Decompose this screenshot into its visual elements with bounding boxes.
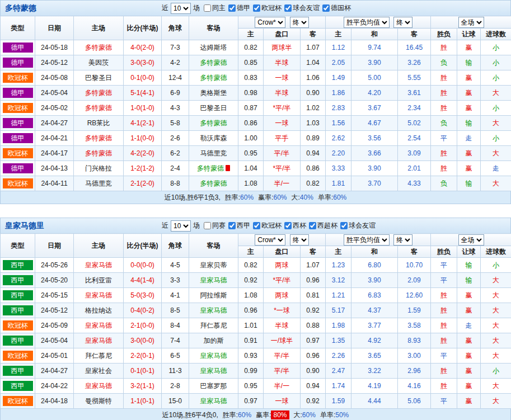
league-filter-checkboxes: 同主德甲欧冠杯球会友谊德国杯 (201, 3, 351, 13)
away-team-name: 多特蒙德 (200, 59, 227, 67)
checkbox-input[interactable] (228, 4, 236, 12)
score-cell: 3-0(0-0) (124, 333, 162, 348)
league-type-cell: 西甲 (1, 379, 35, 394)
avg-away-cell: 2.54 (398, 131, 431, 146)
handicap-result-cell: 赢 (457, 364, 481, 379)
stat: 胜率:60% (223, 411, 251, 419)
date-cell: 24-05-04 (35, 333, 74, 348)
away-team-name: 阿拉维斯 (200, 291, 227, 299)
odds-company-select[interactable]: Crow* (255, 17, 285, 28)
stat: 大:40% (292, 194, 313, 201)
filter-checkbox[interactable]: 同主 (204, 3, 226, 13)
avg-away-cell: 5.55 (398, 70, 431, 86)
avg-type-select[interactable]: 胜平负均值 (344, 17, 390, 28)
away-team-cell: 奥格斯堡 (189, 86, 238, 101)
checkbox-input[interactable] (284, 4, 292, 12)
handicap-result-cell: 赢 (457, 348, 481, 364)
col-handicap-result: 让球 (457, 246, 481, 258)
summary-stats: 胜率:60%赢率:60%大:40%单率:60% (221, 193, 347, 202)
away-team-name: 多特蒙德 (197, 164, 224, 172)
away-odds-cell: 0.82 (301, 176, 326, 191)
date-cell: 24-05-09 (35, 318, 74, 333)
odds-company-select[interactable]: Crow* (255, 234, 285, 246)
filter-checkbox[interactable]: 球会友谊 (284, 3, 320, 13)
away-team-name: 巴黎圣日 (200, 104, 227, 112)
checkbox-input[interactable] (309, 222, 316, 229)
result-cell: 胜 (431, 364, 457, 379)
checkbox-input[interactable] (322, 4, 330, 12)
date-cell: 24-04-27 (35, 364, 74, 379)
recent-count-select[interactable]: 10 (171, 220, 191, 232)
corner-cell: 12-4 (162, 70, 189, 86)
home-team-cell: 皇家马德 (74, 288, 124, 303)
league-type-cell: 欧冠杯 (1, 146, 35, 161)
corner-cell: 8-5 (162, 303, 189, 318)
date-cell: 24-04-11 (35, 176, 74, 191)
result-cell: 胜 (431, 40, 457, 55)
odds-time-select[interactable]: 终 (290, 17, 309, 28)
filter-checkbox[interactable]: 欧冠杯 (253, 221, 282, 230)
filter-checkbox[interactable]: 球会友谊 (340, 221, 376, 230)
checkbox-input[interactable] (253, 222, 260, 229)
odds-time-select[interactable]: 终 (290, 234, 309, 246)
checkbox-label: 球会友谊 (349, 221, 376, 230)
league-type-cell: 欧冠杯 (1, 70, 35, 86)
filter-checkbox[interactable]: 西杯 (284, 221, 306, 230)
col-type: 类型 (1, 16, 35, 40)
home-team-cell: 皇家马德 (74, 258, 124, 273)
scope-select[interactable]: 全场 (458, 17, 484, 28)
team-section-real-madrid: 皇家马德里 近 10 场 同赛西甲欧冠杯西杯西超杯球会友谊 类型 日期 主场 比… (0, 218, 511, 420)
avg-home-cell: 5.17 (326, 303, 351, 318)
goals-result-cell: 大 (481, 86, 511, 101)
checkbox-input[interactable] (204, 222, 211, 229)
handicap-result-cell: 赢 (457, 379, 481, 394)
result-cell: 胜 (431, 101, 457, 116)
avg-home-cell: 1.81 (326, 176, 351, 191)
corner-cell: 4-1 (162, 288, 189, 303)
checkbox-label: 同主 (212, 3, 226, 13)
filter-checkbox[interactable]: 西甲 (228, 221, 250, 230)
goals-result-cell: 大 (481, 333, 511, 348)
scope-select[interactable]: 全场 (458, 234, 484, 246)
league-badge: 德甲 (3, 163, 33, 173)
away-odds-cell: 1.02 (301, 101, 326, 116)
checkbox-input[interactable] (284, 222, 292, 229)
goals-result-cell: 大 (481, 394, 511, 409)
match-row: 德甲24-04-13门兴格拉1-2(1-2)2-4多特蒙德1.04*平/半0.8… (1, 161, 511, 176)
checkbox-input[interactable] (340, 222, 348, 229)
avg-home-cell: 2.83 (326, 101, 351, 116)
avg-time-select[interactable]: 终 (393, 17, 412, 28)
match-row: 欧冠杯24-05-09皇家马德2-1(0-0)8-4拜仁慕尼1.01半球0.88… (1, 318, 511, 333)
score-cell: 1-2(1-2) (124, 161, 162, 176)
avg-type-select[interactable]: 胜平负均值 (344, 234, 390, 246)
filter-checkbox[interactable]: 德国杯 (322, 3, 351, 13)
checkbox-input[interactable] (204, 4, 211, 12)
away-team-cell: 阿拉维斯 (189, 288, 238, 303)
league-badge: 欧冠杯 (3, 320, 33, 331)
home-odds-cell: 0.91 (238, 333, 264, 348)
goals-result-cell: 走 (481, 161, 511, 176)
checkbox-input[interactable] (228, 222, 236, 229)
score-cell: 4-0(2-0) (124, 40, 162, 55)
goals-result-cell: 小 (481, 55, 511, 70)
checkbox-input[interactable] (253, 4, 260, 12)
league-type-cell: 德甲 (1, 116, 35, 131)
filter-checkbox[interactable]: 西超杯 (309, 221, 337, 230)
recent-count-select[interactable]: 10 (171, 3, 191, 14)
home-odds-cell: 0.83 (238, 70, 264, 86)
date-cell: 24-05-02 (35, 101, 74, 116)
col-corner: 角球 (162, 234, 189, 258)
filter-checkbox[interactable]: 欧冠杯 (253, 3, 282, 13)
filter-checkbox[interactable]: 同赛 (204, 221, 226, 230)
corner-cell: 4-2 (162, 55, 189, 70)
result-cell: 胜 (431, 303, 457, 318)
avg-time-select[interactable]: 终 (393, 234, 412, 246)
filter-checkbox[interactable]: 德甲 (228, 3, 250, 13)
away-odds-cell: 0.94 (301, 146, 326, 161)
handicap-cell: 一球 (264, 70, 301, 86)
goals-result-cell: 小 (481, 101, 511, 116)
avg-draw-cell: 3.90 (351, 161, 398, 176)
home-team-cell: 美因茨 (74, 55, 124, 70)
avg-away-cell: 16.45 (398, 40, 431, 55)
match-row: 西甲24-04-27皇家社会0-1(0-1)11-3皇家马德0.99平/半0.9… (1, 364, 511, 379)
